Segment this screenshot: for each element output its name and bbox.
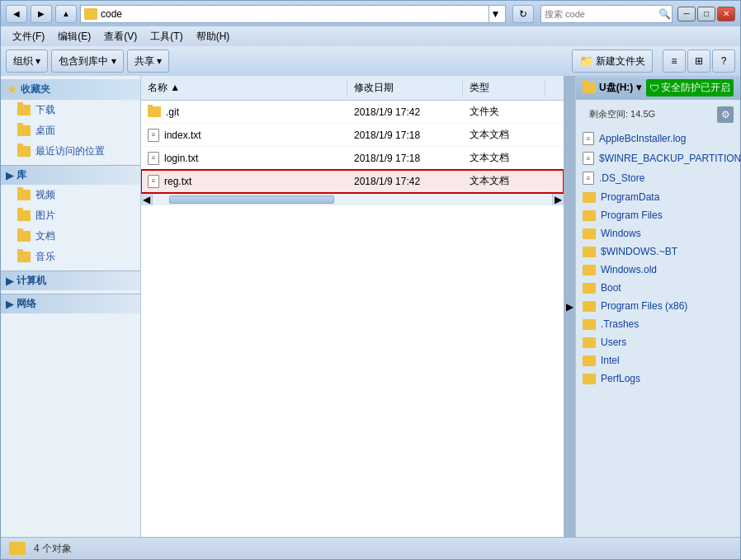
sidebar-item-desktop[interactable]: 桌面 bbox=[1, 120, 140, 141]
list-item[interactable]: Boot bbox=[576, 279, 740, 297]
address-bar[interactable]: code ▼ bbox=[80, 5, 506, 23]
list-item[interactable]: .DS_Store bbox=[576, 168, 740, 188]
list-item[interactable]: AppleBcInstaller.log bbox=[576, 129, 740, 148]
status-folder-icon bbox=[9, 542, 26, 555]
table-row[interactable]: reg.txt2018/1/9 17:42文本文档 bbox=[141, 170, 564, 193]
col-date-header[interactable]: 修改日期 bbox=[347, 79, 463, 96]
address-dropdown[interactable]: ▼ bbox=[488, 5, 502, 23]
organize-label: 组织 ▾ bbox=[13, 54, 40, 68]
sidebar-item-docs[interactable]: 文档 bbox=[1, 226, 140, 247]
maximize-button[interactable]: □ bbox=[697, 7, 715, 21]
folder-icon bbox=[583, 319, 596, 330]
list-item[interactable]: ProgramData bbox=[576, 188, 740, 206]
security-label: 安全防护已开启 bbox=[661, 81, 730, 95]
folder-icon bbox=[17, 125, 31, 136]
free-space-label: 剩余空间: 14.5G bbox=[583, 103, 662, 125]
computer-arrow: ▶ bbox=[6, 275, 13, 287]
table-row[interactable]: index.txt2018/1/9 17:18文本文档 bbox=[141, 124, 564, 147]
right-panel-header: U盘(H:) ▾ 🛡 安全防护已开启 bbox=[576, 76, 740, 100]
item-label: AppleBcInstaller.log bbox=[599, 133, 686, 144]
status-count: 4 个对象 bbox=[34, 542, 72, 556]
col-type-header[interactable]: 类型 bbox=[463, 79, 545, 96]
forward-button[interactable]: ▶ bbox=[31, 5, 52, 23]
col-name-header[interactable]: 名称 ▲ bbox=[141, 79, 347, 96]
menu-bar: 文件(F) 编辑(E) 查看(V) 工具(T) 帮助(H) bbox=[0, 26, 741, 46]
file-name: login.txt bbox=[164, 153, 198, 164]
menu-edit[interactable]: 编辑(E) bbox=[51, 28, 97, 45]
library-header[interactable]: ▶ 库 bbox=[1, 165, 140, 185]
item-label: Windows bbox=[601, 228, 641, 239]
file-list: 名称 ▲ 修改日期 类型 .git2018/1/9 17:42文件夹index.… bbox=[141, 76, 564, 537]
sidebar-item-recent[interactable]: 最近访问的位置 bbox=[1, 141, 140, 162]
menu-help[interactable]: 帮助(H) bbox=[190, 28, 237, 45]
add-library-label: 包含到库中 ▾ bbox=[59, 54, 116, 68]
list-item[interactable]: .Trashes bbox=[576, 315, 740, 333]
title-bar-left: ◀ ▶ ▲ code ▼ ↻ 🔍 bbox=[6, 5, 673, 23]
scroll-left-button[interactable]: ◀ bbox=[141, 194, 153, 205]
new-folder-button[interactable]: 📁 新建文件夹 bbox=[572, 49, 653, 73]
file-type: 文件夹 bbox=[463, 103, 545, 120]
close-button[interactable]: ✕ bbox=[717, 7, 735, 21]
menu-tools[interactable]: 工具(T) bbox=[144, 28, 189, 45]
list-item[interactable]: Windows bbox=[576, 224, 740, 242]
item-label: ProgramData bbox=[601, 191, 659, 203]
sidebar-item-pictures[interactable]: 图片 bbox=[1, 205, 140, 226]
computer-label: 计算机 bbox=[17, 274, 46, 288]
list-item[interactable]: Users bbox=[576, 333, 740, 351]
network-section: ▶ 网络 bbox=[1, 294, 140, 313]
minimize-button[interactable]: ─ bbox=[677, 7, 696, 21]
list-item[interactable]: Program Files (x86) bbox=[576, 297, 740, 315]
favorites-header[interactable]: ★ 收藏夹 bbox=[1, 79, 140, 100]
folder-icon bbox=[583, 355, 596, 366]
sidebar-item-music[interactable]: 音乐 bbox=[1, 247, 140, 267]
organize-button[interactable]: 组织 ▾ bbox=[6, 49, 48, 73]
list-item[interactable]: $WINRE_BACKUP_PARTITION.... bbox=[576, 148, 740, 168]
refresh-button[interactable]: ↻ bbox=[512, 5, 534, 23]
folder-icon bbox=[17, 252, 31, 262]
search-bar[interactable]: 🔍 bbox=[540, 5, 673, 23]
file-name: index.txt bbox=[164, 129, 201, 141]
up-button[interactable]: ▲ bbox=[55, 5, 77, 23]
recent-label: 最近访问的位置 bbox=[35, 144, 105, 158]
sidebar-item-downloads[interactable]: 下载 bbox=[1, 100, 140, 120]
shield-icon: 🛡 bbox=[649, 82, 659, 94]
help-button[interactable]: ? bbox=[712, 49, 735, 73]
security-badge: 🛡 安全防护已开启 bbox=[646, 79, 734, 96]
computer-header[interactable]: ▶ 计算机 bbox=[1, 271, 140, 290]
item-label: .Trashes bbox=[601, 318, 639, 330]
file-date: 2018/1/9 17:18 bbox=[347, 151, 463, 166]
sidebar-item-video[interactable]: 视频 bbox=[1, 185, 140, 205]
file-type: 文本文档 bbox=[463, 126, 545, 144]
search-input[interactable] bbox=[545, 9, 658, 19]
doc-icon bbox=[583, 132, 594, 145]
right-panel: U盘(H:) ▾ 🛡 安全防护已开启 剩余空间: 14.5G ⚙ AppleBc… bbox=[575, 76, 740, 537]
back-button[interactable]: ◀ bbox=[6, 5, 27, 23]
menu-view[interactable]: 查看(V) bbox=[97, 28, 144, 45]
list-item[interactable]: Windows.old bbox=[576, 261, 740, 279]
main-content: ★ 收藏夹 下载 桌面 最近访问的位置 ▶ 库 视频 bbox=[0, 76, 741, 537]
favorites-section: ★ 收藏夹 下载 桌面 最近访问的位置 bbox=[1, 79, 140, 162]
item-label: $WINDOWS.~BT bbox=[601, 246, 677, 257]
scroll-thumb[interactable] bbox=[169, 195, 334, 204]
menu-file[interactable]: 文件(F) bbox=[6, 28, 51, 45]
scroll-track[interactable] bbox=[153, 194, 552, 205]
horizontal-scrollbar[interactable]: ◀ ▶ bbox=[141, 193, 564, 205]
search-icon[interactable]: 🔍 bbox=[658, 6, 671, 22]
computer-section: ▶ 计算机 bbox=[1, 271, 140, 290]
add-to-library-button[interactable]: 包含到库中 ▾ bbox=[51, 49, 123, 73]
network-header[interactable]: ▶ 网络 bbox=[1, 294, 140, 313]
settings-icon[interactable]: ⚙ bbox=[717, 106, 734, 123]
collapse-panel-button[interactable]: ▶ bbox=[564, 76, 575, 537]
list-item[interactable]: PerfLogs bbox=[576, 369, 740, 388]
drive-label[interactable]: U盘(H:) ▾ bbox=[599, 81, 641, 95]
table-row[interactable]: .git2018/1/9 17:42文件夹 bbox=[141, 101, 564, 124]
view-large-button[interactable]: ⊞ bbox=[687, 49, 710, 73]
list-item[interactable]: $WINDOWS.~BT bbox=[576, 242, 740, 261]
share-button[interactable]: 共享 ▾ bbox=[127, 49, 169, 73]
list-item[interactable]: Program Files bbox=[576, 206, 740, 224]
scroll-right-button[interactable]: ▶ bbox=[552, 194, 564, 205]
view-details-button[interactable]: ≡ bbox=[663, 49, 686, 73]
table-row[interactable]: login.txt2018/1/9 17:18文本文档 bbox=[141, 147, 564, 170]
favorites-label: 收藏夹 bbox=[21, 82, 50, 96]
list-item[interactable]: Intel bbox=[576, 351, 740, 369]
